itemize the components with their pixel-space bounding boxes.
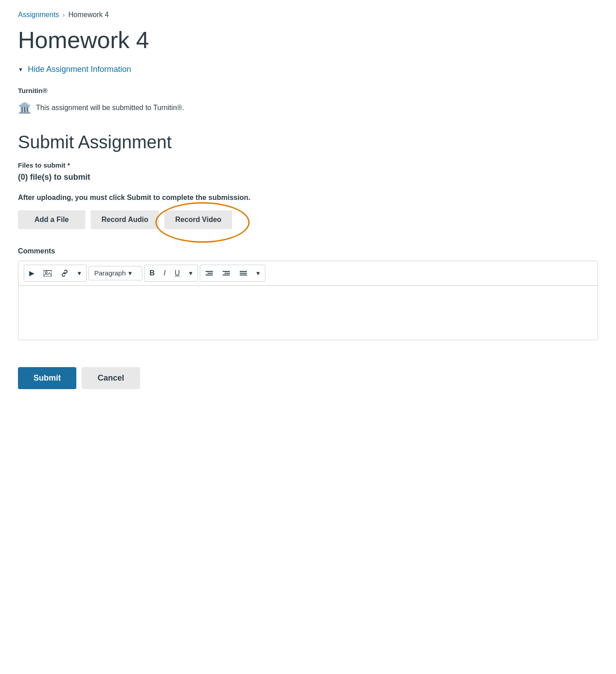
underline-button[interactable]: U xyxy=(171,266,184,280)
list-button[interactable] xyxy=(235,266,251,280)
outdent-button[interactable] xyxy=(201,266,217,280)
svg-point-1 xyxy=(45,271,47,273)
submission-note: After uploading, you must click Submit t… xyxy=(18,193,598,203)
cancel-button[interactable]: Cancel xyxy=(82,367,140,389)
toggle-arrow-icon: ▼ xyxy=(18,67,23,73)
hide-assignment-label: Hide Assignment Information xyxy=(28,65,131,74)
paragraph-dropdown[interactable]: Paragraph ▾ xyxy=(88,266,142,280)
chevron-down-align-button[interactable]: ▾ xyxy=(252,266,264,280)
breadcrumb-current: Homework 4 xyxy=(68,11,109,19)
submit-assignment-title: Submit Assignment xyxy=(18,132,598,152)
submit-footer: Submit Cancel xyxy=(18,358,598,398)
turnitin-notice-text: This assignment will be submitted to Tur… xyxy=(36,104,184,112)
record-video-wrapper: Record Video xyxy=(164,210,232,229)
record-video-button[interactable]: Record Video xyxy=(164,210,232,229)
add-file-button[interactable]: Add a File xyxy=(18,210,85,229)
action-buttons-group: Add a File Record Audio Record Video xyxy=(18,210,598,229)
comments-label: Comments xyxy=(18,247,598,255)
chevron-down-format-button[interactable]: ▾ xyxy=(185,266,197,280)
chevron-down-media-button[interactable]: ▾ xyxy=(74,266,85,280)
italic-button[interactable]: I xyxy=(160,266,170,280)
paragraph-label: Paragraph xyxy=(94,269,126,277)
turnitin-section: Turnitin® 🏛️ This assignment will be sub… xyxy=(18,87,598,114)
breadcrumb-separator: › xyxy=(63,11,65,18)
submit-button[interactable]: Submit xyxy=(18,367,76,389)
alignment-toolbar-group: ▾ xyxy=(200,265,265,282)
editor-container: ▶ ▾ Paragraph xyxy=(18,261,598,340)
formatting-toolbar-group: B I U ▾ xyxy=(144,265,198,282)
turnitin-label: Turnitin® xyxy=(18,87,598,94)
play-button[interactable]: ▶ xyxy=(25,266,39,280)
breadcrumb-assignments-link[interactable]: Assignments xyxy=(18,11,59,19)
media-button[interactable] xyxy=(40,266,56,280)
paragraph-chevron-icon: ▾ xyxy=(128,269,132,277)
breadcrumb: Assignments › Homework 4 xyxy=(18,11,598,19)
media-toolbar-group: ▶ ▾ xyxy=(24,265,87,282)
link-button[interactable] xyxy=(57,266,73,280)
files-label: Files to submit * xyxy=(18,161,598,169)
bold-button[interactable]: B xyxy=(145,266,159,280)
turnitin-icon: 🏛️ xyxy=(18,102,31,114)
record-audio-button[interactable]: Record Audio xyxy=(91,210,159,229)
indent-button[interactable] xyxy=(218,266,234,280)
editor-content[interactable] xyxy=(18,286,598,340)
files-count: (0) file(s) to submit xyxy=(18,173,598,182)
page-title: Homework 4 xyxy=(18,26,598,54)
turnitin-notice: 🏛️ This assignment will be submitted to … xyxy=(18,102,598,114)
svg-rect-0 xyxy=(44,270,52,277)
hide-assignment-toggle[interactable]: ▼ Hide Assignment Information xyxy=(18,65,598,74)
editor-toolbar: ▶ ▾ Paragraph xyxy=(18,261,598,286)
comments-section: Comments ▶ ▾ xyxy=(18,247,598,340)
